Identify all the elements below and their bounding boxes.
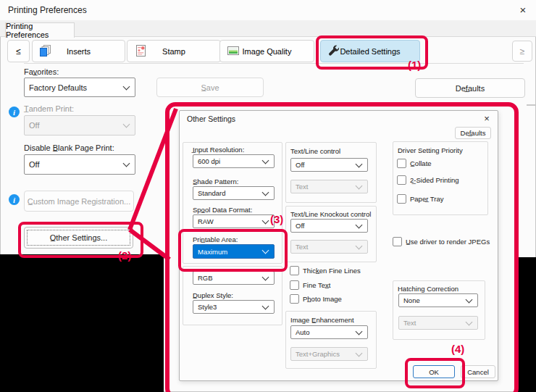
tandem-print-label: T̲andem Print: — [24, 104, 74, 113]
input-resolution-select[interactable]: 600 dpi — [193, 154, 275, 168]
chevron-down-icon — [466, 296, 473, 303]
paper-tray-label: Paper̲ Tray — [410, 195, 443, 203]
chevron-down-icon — [262, 302, 269, 309]
other-settings-button[interactable]: O̲ther Settings... — [24, 227, 133, 249]
disable-blank-page-select[interactable]: Off — [24, 154, 135, 175]
chevron-down-icon — [262, 188, 269, 196]
toolbar-button-stamp[interactable]: Stamp — [127, 40, 221, 62]
image-enhancement-sub-value: Text+Graphics — [291, 350, 356, 358]
printable-area-select[interactable]: Maximum — [193, 244, 275, 259]
shade-pattern-value: Standard — [193, 189, 263, 197]
chevron-down-icon — [262, 247, 269, 254]
paper-tray-row: Paper̲ Tray — [397, 194, 443, 204]
color-mode-value: RGB — [193, 274, 263, 282]
tab-strip — [0, 20, 536, 37]
render-jpegs-label: U̲se driver to render JPEGs — [406, 238, 490, 246]
toolbar-button-inserts[interactable]: Inserts — [32, 40, 125, 62]
toolbar-button-label: Detailed Settings — [321, 41, 419, 62]
knockout-control-sub-select: Text — [290, 240, 368, 254]
duplex-style-select[interactable]: Style3 — [193, 300, 275, 314]
hatching-correction-value: None — [399, 296, 466, 304]
defaults-button[interactable]: Def̲aults — [415, 78, 525, 98]
toolbar-button-detailed-settings[interactable]: Detailed Settings — [320, 40, 420, 62]
disable-blank-page-label: Disable B̲lank Page Print: — [24, 143, 114, 152]
tab-printing-preferences[interactable]: Printing Preferences — [5, 22, 75, 38]
two-sided-printing-checkbox[interactable] — [397, 175, 406, 185]
spool-data-format-value: RAW — [193, 217, 263, 225]
save-button: S̲ave — [156, 78, 264, 97]
input-resolution-label: I̲nput Resolution: — [193, 146, 244, 154]
prev-page-button[interactable]: ≤ — [7, 40, 30, 62]
photo-image-checkbox[interactable] — [290, 294, 299, 304]
dialog-close-icon[interactable]: × — [480, 112, 493, 125]
favorites-value: Factory Defaults — [25, 83, 124, 92]
next-page-button: ≥ — [512, 41, 532, 62]
annotation-step-1: (1) — [408, 59, 421, 71]
chevron-down-icon — [466, 318, 473, 325]
favorites-select[interactable]: Factory Defaults — [24, 78, 135, 97]
printable-area-value: Maximum — [193, 248, 263, 256]
photo-image-row: Ph̲oto Image — [290, 294, 342, 304]
two-sided-printing-row: 2̲-Sided Printing — [397, 175, 459, 185]
text-line-control-select[interactable]: Off — [290, 158, 368, 172]
image-enhancement-select[interactable]: Auto — [290, 325, 368, 339]
toolbar-divider — [24, 63, 524, 64]
title-bar: Printing Preferences × — [0, 0, 536, 20]
chevron-down-icon — [356, 328, 363, 335]
paper-tray-checkbox[interactable] — [397, 194, 406, 204]
annotation-step-2: (2) — [118, 249, 131, 262]
ok-button[interactable]: OK — [413, 365, 455, 378]
printable-area-label: Prin̲table Area: — [193, 235, 238, 243]
image-enhancement-sub-select: Text+Graphics — [290, 347, 368, 361]
chevron-down-icon — [356, 221, 363, 228]
background-fragment — [527, 104, 535, 106]
driver-setting-priority-label: Driver Setting Priority — [398, 146, 463, 154]
collate-row: C̲ollate — [397, 159, 432, 168]
dialog-title: Other Settings — [187, 114, 235, 123]
render-jpegs-row: U̲se driver to render JPEGs — [393, 237, 490, 246]
chevron-down-icon — [123, 83, 130, 90]
black-mask-left — [0, 254, 164, 392]
render-jpegs-checkbox[interactable] — [393, 237, 402, 246]
fine-text-checkbox[interactable] — [290, 280, 299, 290]
two-sided-printing-label: 2̲-Sided Printing — [410, 176, 459, 184]
shade-pattern-select[interactable]: Standard — [193, 186, 275, 200]
text-line-control-sub-select: Text — [290, 180, 368, 193]
black-mask-right — [515, 257, 536, 392]
color-mode-select[interactable]: RGB — [193, 271, 275, 285]
chevron-down-icon — [262, 157, 269, 164]
cancel-button[interactable]: Cancel — [461, 365, 495, 378]
knockout-control-sub-value: Text — [291, 243, 356, 251]
chevron-down-icon — [123, 121, 130, 128]
text-line-control-value: Off — [291, 161, 356, 169]
toolbar-button-image-quality[interactable]: Image Quality — [219, 40, 314, 62]
disable-blank-page-value: Off — [25, 160, 124, 169]
toolbar-button-label: Inserts — [33, 41, 125, 62]
knockout-control-select[interactable]: Off — [290, 219, 368, 233]
chevron-down-icon — [356, 242, 363, 249]
fine-text-label: Fine Tex̲t — [303, 281, 330, 289]
shade-pattern-label: S̲hade Pattern: — [193, 178, 238, 185]
toolbar-button-label: Stamp — [127, 41, 220, 62]
chevron-down-icon — [356, 160, 363, 167]
text-line-control-sub-value: Text — [291, 183, 356, 191]
collate-checkbox[interactable] — [397, 159, 406, 168]
fine-text-row: Fine Tex̲t — [290, 280, 330, 290]
spool-data-format-label: Spo̲ol Data Format: — [193, 206, 252, 214]
info-icon: i — [9, 107, 20, 117]
dialog-defaults-button[interactable]: Def̲aults — [455, 127, 491, 139]
chevron-down-icon — [356, 349, 363, 356]
thicken-fine-lines-row: Thick̲en Fine Lines — [290, 266, 361, 275]
annotation-step-4: (4) — [451, 343, 464, 355]
image-enhancement-label: Image E̲nhancement — [290, 316, 354, 324]
duplex-style-value: Style3 — [193, 303, 263, 311]
input-resolution-value: 600 dpi — [193, 157, 263, 165]
close-icon[interactable]: × — [516, 4, 530, 17]
chevron-down-icon — [262, 273, 269, 280]
chevron-down-icon — [356, 182, 363, 189]
hatching-correction-select[interactable]: None — [398, 293, 478, 307]
text-line-control-label: Text/Line control — [290, 147, 340, 155]
thicken-fine-lines-checkbox[interactable] — [290, 266, 299, 275]
spool-data-format-select[interactable]: RAW — [193, 214, 275, 228]
hatching-correction-label: Hatching Correction — [398, 285, 458, 293]
